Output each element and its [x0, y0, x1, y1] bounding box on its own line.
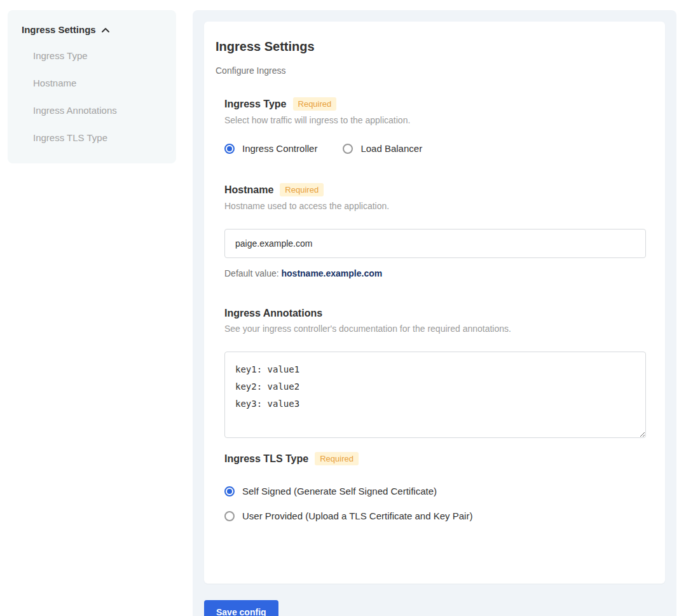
- page: Ingress Settings Ingress Type Hostname I…: [0, 0, 693, 616]
- ingress-type-radio-group: Ingress Controller Load Balancer: [224, 143, 646, 154]
- radio-button-icon: [224, 511, 235, 521]
- sidebar-items: Ingress Type Hostname Ingress Annotation…: [33, 50, 163, 143]
- sidebar-group-ingress-settings[interactable]: Ingress Settings: [22, 24, 163, 35]
- radio-label: User Provided (Upload a TLS Certificate …: [242, 510, 472, 521]
- required-badge: Required: [293, 97, 337, 111]
- ingress-annotations-label: Ingress Annotations: [224, 308, 322, 319]
- radio-button-icon: [224, 486, 235, 496]
- section-ingress-annotations: Ingress Annotations See your ingress con…: [224, 308, 646, 438]
- radio-user-provided[interactable]: User Provided (Upload a TLS Certificate …: [224, 510, 646, 521]
- hostname-help: Hostname used to access the application.: [224, 201, 646, 211]
- default-value-label: Default value:: [224, 268, 282, 278]
- save-config-button[interactable]: Save config: [204, 600, 278, 616]
- page-subtitle: Configure Ingress: [216, 65, 646, 76]
- ingress-tls-radio-group: Self Signed (Generate Self Signed Certif…: [224, 486, 646, 521]
- sidebar-item-ingress-tls-type[interactable]: Ingress TLS Type: [33, 132, 163, 143]
- sidebar-item-ingress-annotations[interactable]: Ingress Annotations: [33, 105, 163, 116]
- hostname-input[interactable]: [224, 229, 646, 258]
- default-value-text: hostname.example.com: [282, 268, 383, 278]
- chevron-up-icon: [101, 27, 110, 33]
- ingress-annotations-help: See your ingress controller's documentat…: [224, 324, 646, 334]
- radio-button-icon: [343, 144, 353, 154]
- radio-label: Self Signed (Generate Self Signed Certif…: [242, 486, 437, 496]
- radio-self-signed[interactable]: Self Signed (Generate Self Signed Certif…: [224, 486, 646, 496]
- sidebar-item-hostname[interactable]: Hostname: [33, 78, 163, 88]
- hostname-default-line: Default value: hostname.example.com: [224, 268, 646, 278]
- section-hostname: Hostname Required Hostname used to acces…: [224, 183, 646, 278]
- section-ingress-tls-type: Ingress TLS Type Required Self Signed (G…: [224, 452, 646, 521]
- config-main-panel: Ingress Settings Configure Ingress Ingre…: [193, 10, 676, 616]
- radio-ingress-controller[interactable]: Ingress Controller: [224, 143, 317, 154]
- radio-label: Ingress Controller: [242, 143, 317, 154]
- radio-button-icon: [224, 144, 235, 154]
- required-badge: Required: [280, 183, 324, 196]
- section-ingress-type: Ingress Type Required Select how traffic…: [224, 97, 646, 154]
- sidebar-item-ingress-type[interactable]: Ingress Type: [33, 50, 163, 61]
- ingress-type-help: Select how traffic will ingress to the a…: [224, 115, 646, 125]
- ingress-settings-card: Ingress Settings Configure Ingress Ingre…: [204, 22, 665, 584]
- sidebar-group-title: Ingress Settings: [22, 24, 96, 35]
- ingress-tls-type-label: Ingress TLS Type: [224, 453, 308, 465]
- config-nav-sidebar: Ingress Settings Ingress Type Hostname I…: [8, 10, 176, 163]
- required-badge: Required: [315, 452, 359, 465]
- radio-label: Load Balancer: [360, 143, 422, 154]
- ingress-type-label: Ingress Type: [224, 99, 287, 110]
- hostname-label: Hostname: [224, 184, 273, 196]
- radio-load-balancer[interactable]: Load Balancer: [343, 143, 422, 154]
- page-title: Ingress Settings: [216, 39, 646, 54]
- ingress-annotations-textarea[interactable]: key1: value1 key2: value2 key3: value3: [224, 352, 646, 438]
